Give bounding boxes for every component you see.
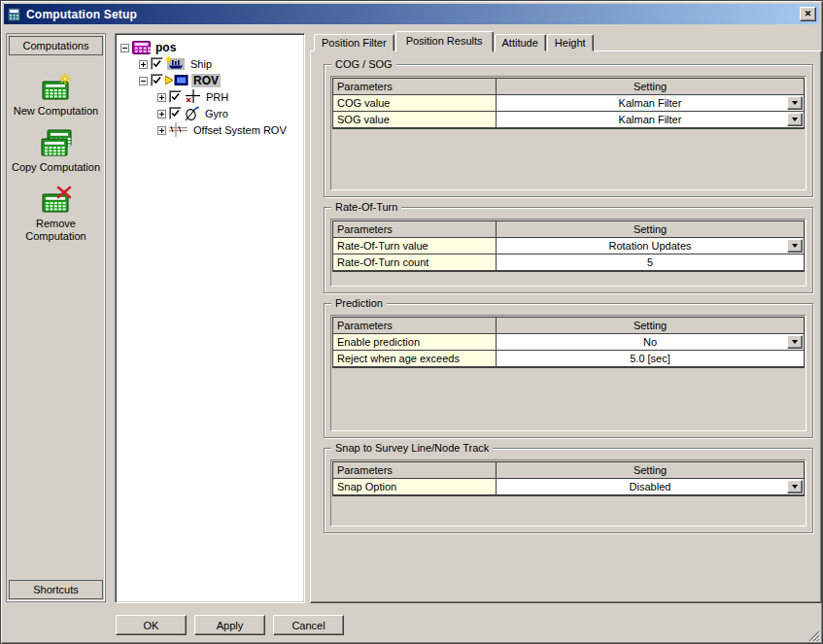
copy-computation-icon: [39, 128, 74, 160]
setting-cell[interactable]: Disabled: [497, 479, 804, 494]
table-row: Reject when age exceeds5.0 [sec]: [333, 351, 804, 367]
param-cell: Rate-Of-Turn count: [333, 254, 497, 270]
dropdown-button[interactable]: [787, 113, 803, 126]
collapse-icon[interactable]: [139, 76, 148, 85]
position-results-tab-page: COG / SOGParametersSettingCOG valueKalma…: [310, 51, 822, 603]
dropdown-button[interactable]: [787, 335, 803, 349]
computations-header-button[interactable]: Computations: [9, 36, 103, 55]
tree-item-offset-system-rov[interactable]: Offset System ROV: [118, 121, 304, 138]
column-header-parameters: Parameters: [333, 221, 497, 237]
table-row: Enable predictionNo: [333, 334, 804, 351]
group-title-cog-sog: COG / SOG: [331, 58, 396, 71]
group-rate-of-turn: Rate-Of-TurnParametersSettingRate-Of-Tur…: [324, 207, 813, 293]
ok-button[interactable]: OK: [116, 615, 187, 635]
tree-item-rov[interactable]: ROV: [118, 72, 304, 88]
tree-label-gyro[interactable]: Gyro: [203, 107, 230, 120]
table-header-row: ParametersSetting: [333, 318, 804, 334]
apply-button[interactable]: Apply: [194, 615, 265, 635]
dropdown-button[interactable]: [787, 480, 803, 493]
setting-cell[interactable]: Rotation Updates: [497, 238, 804, 254]
computation-icon: [132, 41, 151, 54]
titlebar[interactable]: Computation Setup ✕: [4, 4, 819, 24]
param-cell: Rate-Of-Turn value: [333, 238, 497, 254]
column-header-parameters: Parameters: [333, 318, 497, 333]
tab-position-results[interactable]: Position Results: [395, 31, 494, 52]
new-computation-button[interactable]: New Computation: [7, 72, 105, 118]
setting-value: Kalman Filter: [619, 114, 682, 125]
chevron-down-icon: [792, 340, 798, 344]
copy-computation-label: Copy Computation: [12, 161, 100, 174]
tree-item-gyro[interactable]: Gyro: [118, 105, 304, 121]
tab-attitude[interactable]: Attitude: [495, 34, 546, 51]
group-frame: ParametersSettingRate-Of-Turn valueRotat…: [330, 219, 806, 287]
tree-label-rov[interactable]: ROV: [191, 74, 221, 87]
setting-cell[interactable]: No: [497, 334, 804, 350]
column-header-parameters: Parameters: [333, 462, 497, 478]
expand-icon[interactable]: [157, 109, 166, 118]
tree-label-offset-system-rov[interactable]: Offset System ROV: [191, 123, 289, 137]
setting-value: Rotation Updates: [609, 240, 692, 252]
chevron-down-icon: [792, 118, 798, 121]
tab-position-filter[interactable]: Position Filter: [314, 34, 394, 51]
app-icon: [7, 7, 22, 22]
shortcuts-button[interactable]: Shortcuts: [9, 580, 103, 599]
tree-item-prh[interactable]: PRH: [118, 88, 304, 105]
offset-icon: [169, 122, 189, 137]
table-row: SOG valueKalman Filter: [333, 112, 804, 128]
group-cog-sog: COG / SOGParametersSettingCOG valueKalma…: [324, 64, 813, 197]
copy-computation-button[interactable]: Copy Computation: [7, 128, 105, 174]
param-cell: Reject when age exceeds: [333, 351, 497, 366]
resize-grip[interactable]: [807, 628, 820, 641]
tab-bar: Position FilterPosition ResultsAttitudeH…: [310, 30, 822, 51]
table-row: COG valueKalman Filter: [333, 95, 804, 112]
computation-tree: posShipROVPRHGyroOffset System ROV: [115, 33, 305, 603]
close-button[interactable]: ✕: [800, 7, 816, 21]
column-header-setting: Setting: [497, 318, 804, 333]
expand-icon[interactable]: [157, 125, 166, 134]
tree-checkbox-gyro[interactable]: [169, 107, 182, 119]
tree-item-pos[interactable]: pos: [118, 39, 304, 55]
setting-cell[interactable]: Kalman Filter: [497, 112, 804, 127]
parameter-table: ParametersSettingRate-Of-Turn valueRotat…: [332, 220, 805, 272]
setting-value: Kalman Filter: [619, 97, 682, 109]
group-frame: ParametersSettingSnap OptionDisabled: [330, 459, 806, 526]
tab-height[interactable]: Height: [547, 34, 594, 51]
rov-icon: [165, 74, 189, 86]
chevron-down-icon: [792, 244, 798, 248]
tree-checkbox-rov[interactable]: [151, 74, 163, 86]
sidebar-button-list: New ComputationCopy ComputationRemove Co…: [7, 61, 105, 243]
column-header-setting: Setting: [497, 462, 804, 478]
new-computation-icon: [39, 72, 74, 104]
collapse-icon[interactable]: [120, 43, 129, 51]
table-header-row: ParametersSetting: [333, 221, 804, 238]
tree-checkbox-prh[interactable]: [169, 90, 182, 103]
setting-cell[interactable]: 5: [497, 254, 804, 270]
parameter-table: ParametersSettingCOG valueKalman FilterS…: [332, 78, 805, 129]
remove-computation-button[interactable]: Remove Computation: [7, 185, 105, 243]
prh-icon: [184, 89, 201, 105]
dropdown-button[interactable]: [787, 96, 803, 110]
tree-label-pos[interactable]: pos: [154, 41, 178, 54]
tree-label-prh[interactable]: PRH: [204, 90, 230, 104]
table-row: Snap OptionDisabled: [333, 479, 804, 495]
ship-icon: [165, 56, 186, 71]
setting-value: Disabled: [630, 481, 671, 492]
tree-label-ship[interactable]: Ship: [189, 57, 214, 71]
dropdown-button[interactable]: [787, 239, 803, 253]
tree-checkbox-ship[interactable]: [151, 57, 163, 70]
param-cell: SOG value: [333, 112, 497, 127]
computation-setup-window: Computation Setup ✕ Computations New Com…: [0, 0, 823, 644]
setting-cell[interactable]: Kalman Filter: [497, 95, 804, 111]
param-cell: Snap Option: [333, 479, 497, 494]
tree-item-ship[interactable]: Ship: [118, 55, 304, 72]
cancel-button[interactable]: Cancel: [273, 615, 344, 635]
settings-panel: Position FilterPosition ResultsAttitudeH…: [310, 30, 822, 603]
window-title: Computation Setup: [26, 8, 800, 21]
table-header-row: ParametersSetting: [333, 79, 804, 95]
setting-cell[interactable]: 5.0 [sec]: [497, 351, 804, 366]
group-prediction: PredictionParametersSettingEnable predic…: [324, 303, 813, 438]
column-header-setting: Setting: [497, 79, 804, 94]
column-header-setting: Setting: [497, 221, 804, 237]
expand-icon[interactable]: [139, 59, 148, 68]
expand-icon[interactable]: [157, 92, 166, 101]
